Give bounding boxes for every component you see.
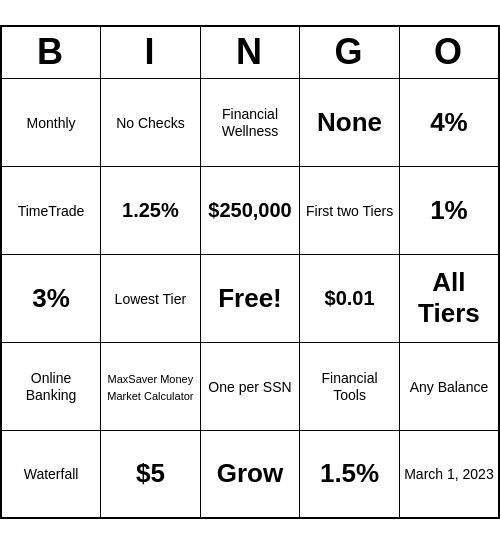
bingo-cell-0-1: No Checks <box>101 78 201 166</box>
header-i: I <box>101 26 201 78</box>
bingo-cell-4-1: $5 <box>101 430 201 518</box>
bingo-cell-2-3: $0.01 <box>300 254 400 342</box>
bingo-cell-2-2: Free! <box>200 254 300 342</box>
bingo-cell-2-4: All Tiers <box>399 254 499 342</box>
bingo-cell-3-0: Online Banking <box>1 342 101 430</box>
bingo-row-3: Online BankingMaxSaver Money Market Calc… <box>1 342 499 430</box>
bingo-row-1: TimeTrade1.25%$250,000First two Tiers1% <box>1 166 499 254</box>
bingo-cell-0-2: Financial Wellness <box>200 78 300 166</box>
bingo-cell-3-2: One per SSN <box>200 342 300 430</box>
bingo-row-0: MonthlyNo ChecksFinancial WellnessNone4% <box>1 78 499 166</box>
bingo-cell-1-1: 1.25% <box>101 166 201 254</box>
bingo-cell-2-0: 3% <box>1 254 101 342</box>
header-b: B <box>1 26 101 78</box>
bingo-cell-2-1: Lowest Tier <box>101 254 201 342</box>
bingo-row-4: Waterfall$5Grow1.5%March 1, 2023 <box>1 430 499 518</box>
bingo-cell-1-0: TimeTrade <box>1 166 101 254</box>
header-n: N <box>200 26 300 78</box>
bingo-cell-3-3: Financial Tools <box>300 342 400 430</box>
bingo-cell-4-4: March 1, 2023 <box>399 430 499 518</box>
bingo-row-2: 3%Lowest TierFree!$0.01All Tiers <box>1 254 499 342</box>
bingo-body: MonthlyNo ChecksFinancial WellnessNone4%… <box>1 78 499 518</box>
bingo-cell-4-3: 1.5% <box>300 430 400 518</box>
bingo-cell-1-4: 1% <box>399 166 499 254</box>
bingo-card: B I N G O MonthlyNo ChecksFinancial Well… <box>0 25 500 519</box>
header-o: O <box>399 26 499 78</box>
bingo-cell-4-2: Grow <box>200 430 300 518</box>
bingo-cell-1-2: $250,000 <box>200 166 300 254</box>
bingo-cell-3-4: Any Balance <box>399 342 499 430</box>
bingo-cell-1-3: First two Tiers <box>300 166 400 254</box>
bingo-cell-3-1: MaxSaver Money Market Calculator <box>101 342 201 430</box>
bingo-header-row: B I N G O <box>1 26 499 78</box>
header-g: G <box>300 26 400 78</box>
bingo-cell-4-0: Waterfall <box>1 430 101 518</box>
bingo-cell-0-0: Monthly <box>1 78 101 166</box>
bingo-cell-0-4: 4% <box>399 78 499 166</box>
bingo-cell-0-3: None <box>300 78 400 166</box>
